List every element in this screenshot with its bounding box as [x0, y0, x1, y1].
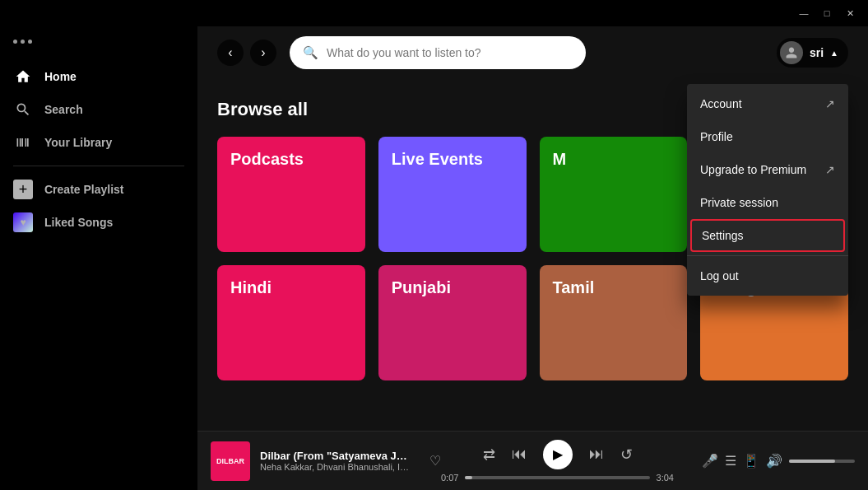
create-playlist-icon: + [13, 180, 33, 199]
volume-icon[interactable]: 🔊 [766, 453, 782, 469]
search-input[interactable] [327, 46, 573, 59]
repeat-button[interactable]: ↺ [620, 446, 633, 464]
dropdown-private-session[interactable]: Private session [687, 186, 848, 219]
player-right-controls: 🎤 ☰ 📱 🔊 [674, 453, 855, 469]
back-button[interactable]: ‹ [217, 40, 244, 66]
maximize-button[interactable]: □ [815, 5, 838, 21]
time-current: 0:07 [441, 473, 458, 483]
progress-track[interactable] [465, 476, 649, 479]
search-nav-icon [13, 100, 33, 119]
nav-arrows: ‹ › [217, 40, 276, 66]
sidebar-item-home[interactable]: Home [0, 60, 197, 93]
player-track-info: DILBAR Dilbar (From "Satyameva Jayate") … [211, 441, 441, 481]
lyrics-icon[interactable]: 🎤 [702, 453, 718, 469]
sidebar-item-search[interactable]: Search [0, 93, 197, 126]
library-icon [13, 133, 33, 152]
control-buttons: ⇄ ⏮ ▶ ⏭ ↺ [483, 440, 633, 469]
volume-fill [789, 460, 835, 463]
device-icon[interactable]: 📱 [743, 453, 759, 469]
track-artist: Neha Kakkar, Dhvani Bhanushali, Ikka, T [260, 462, 413, 472]
player-controls: ⇄ ⏮ ▶ ⏭ ↺ 0:07 3:04 [441, 440, 674, 483]
sidebar-item-liked-songs[interactable]: ♥ Liked Songs [0, 206, 197, 239]
close-button[interactable]: ✕ [838, 5, 861, 21]
progress-bar: 0:07 3:04 [441, 473, 674, 483]
dropdown-divider [687, 255, 848, 256]
track-name: Dilbar (From "Satyameva Jayate") [260, 450, 413, 462]
search-icon: 🔍 [303, 45, 318, 60]
card-tamil[interactable]: Tamil [540, 265, 688, 380]
track-thumbnail: DILBAR [211, 441, 250, 481]
chevron-up-icon: ▲ [830, 49, 838, 58]
dropdown-profile[interactable]: Profile [687, 120, 848, 153]
card-hindi[interactable]: Hindi [217, 265, 365, 380]
topbar: ‹ › 🔍 sri ▲ Account [197, 26, 868, 79]
sidebar-dots [0, 33, 197, 50]
minimize-button[interactable]: — [792, 5, 815, 21]
queue-icon[interactable]: ☰ [725, 453, 736, 469]
home-icon [13, 67, 33, 86]
sidebar-divider [13, 166, 184, 166]
track-info: Dilbar (From "Satyameva Jayate") Neha Ka… [260, 450, 413, 472]
next-button[interactable]: ⏭ [589, 446, 604, 463]
dropdown-settings[interactable]: Settings [690, 219, 845, 252]
previous-button[interactable]: ⏮ [512, 446, 527, 463]
card-music[interactable]: M [540, 137, 688, 252]
play-pause-button[interactable]: ▶ [543, 440, 573, 469]
search-bar[interactable]: 🔍 [290, 36, 586, 69]
user-menu-button[interactable]: sri ▲ [777, 38, 848, 68]
titlebar: — □ ✕ [0, 0, 868, 26]
forward-button[interactable]: › [250, 40, 276, 66]
external-link-icon-2: ↗ [825, 163, 835, 176]
user-dropdown-menu: Account ↗ Profile Upgrade to Premium ↗ P… [687, 84, 848, 296]
heart-button[interactable]: ♡ [429, 453, 441, 469]
dropdown-logout[interactable]: Log out [687, 259, 848, 292]
card-punjabi[interactable]: Punjabi [378, 265, 527, 380]
dropdown-upgrade[interactable]: Upgrade to Premium ↗ [687, 153, 848, 186]
user-area: sri ▲ Account ↗ Profile Upgrade to Premi… [777, 38, 848, 68]
external-link-icon: ↗ [825, 97, 835, 110]
app-layout: Home Search Your Library + Create Playli… [0, 26, 868, 490]
sidebar-item-library[interactable]: Your Library [0, 126, 197, 159]
card-live-events[interactable]: Live Events [378, 137, 527, 252]
progress-fill [465, 476, 472, 479]
shuffle-button[interactable]: ⇄ [483, 446, 495, 464]
player-bar: DILBAR Dilbar (From "Satyameva Jayate") … [197, 431, 868, 490]
username-label: sri [810, 46, 824, 59]
time-total: 3:04 [657, 473, 674, 483]
volume-bar[interactable] [789, 460, 855, 463]
liked-songs-icon: ♥ [13, 212, 33, 232]
sidebar-item-create-playlist[interactable]: + Create Playlist [0, 173, 197, 206]
sidebar: Home Search Your Library + Create Playli… [0, 26, 197, 490]
card-podcasts[interactable]: Podcasts [217, 137, 365, 252]
avatar [780, 41, 803, 64]
dropdown-account[interactable]: Account ↗ [687, 87, 848, 120]
